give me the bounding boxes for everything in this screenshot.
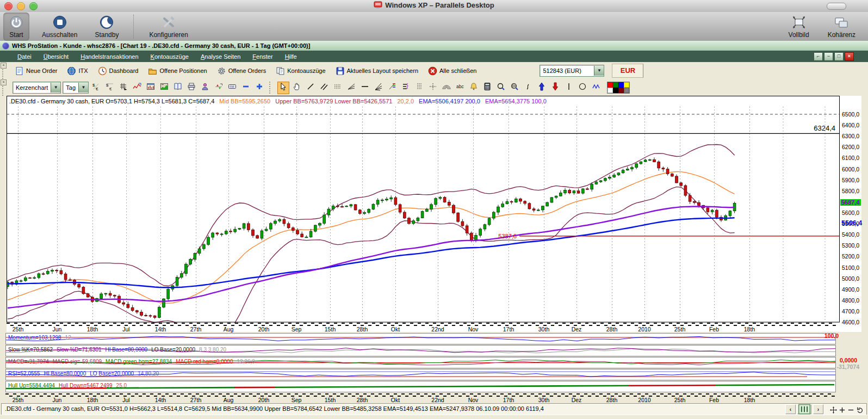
tool-horizontal-rows-button[interactable]: [332, 82, 344, 94]
tool-book-button[interactable]: [172, 82, 184, 94]
tool-parallel-lines-button[interactable]: [318, 82, 330, 94]
tool-chart-arrows-button[interactable]: [213, 82, 225, 94]
chart-canvas[interactable]: 6324,45387,6 .DE30.cfd - Germany 30 cash…: [7, 96, 861, 332]
tool-arrow-down-button[interactable]: [549, 82, 561, 94]
chart-type-dropdown[interactable]: Kerzenchart▼: [13, 82, 61, 94]
scroll-left-button[interactable]: ‹: [785, 404, 796, 414]
window-maximize-button[interactable]: □: [834, 52, 844, 61]
toolbar-button-itx[interactable]: ITX: [65, 65, 90, 77]
tool-chart-green-button[interactable]: [158, 82, 170, 94]
palette-color[interactable]: [613, 88, 618, 93]
tool-text-abc-button[interactable]: abc: [454, 82, 466, 94]
account-dropdown[interactable]: 512843 (EUR)▼: [540, 65, 604, 77]
menu-handelstransaktionen[interactable]: Handelstransaktionen: [75, 52, 144, 61]
tool-fan-lines-button[interactable]: [345, 82, 357, 94]
tool-price-euro2-button[interactable]: $€: [104, 82, 116, 94]
tool-zoom-area-button[interactable]: [509, 82, 520, 94]
move-chart-button[interactable]: [830, 406, 837, 413]
menu-fenster[interactable]: Fenster: [247, 52, 278, 61]
tool-vertical-line-button[interactable]: [563, 82, 575, 94]
toolbar-close-icon[interactable]: ×: [1, 63, 7, 69]
tool-zigzag-button[interactable]: [590, 82, 602, 94]
toolbar-grip[interactable]: ×: [1, 63, 7, 79]
parallels-button-kohaerenz[interactable]: Kohärenz: [823, 13, 860, 41]
tool-wave-button[interactable]: [522, 82, 534, 94]
indicator-panel-stochastic[interactable]: Slow %K=70,5862Slow %D=71,6301HI Base=80…: [5, 345, 836, 356]
time-axis-lower[interactable]: 25thJun18thJul14th27thAug20thSep15th28th…: [5, 393, 839, 403]
parallels-button-ausschalten[interactable]: Ausschalten: [37, 13, 82, 41]
tool-crosshair-button[interactable]: [427, 82, 439, 94]
tool-hand-button[interactable]: [291, 82, 303, 94]
tool-trendline-button[interactable]: [305, 82, 317, 94]
tool-alert-bell-button[interactable]: [468, 82, 480, 94]
tool-arrow-up-button[interactable]: [536, 82, 548, 94]
undo-button[interactable]: [856, 406, 863, 413]
tool-fib-arcs-button[interactable]: [441, 82, 452, 94]
scroll-thumb-button[interactable]: [797, 404, 811, 414]
indicator-panel-rsi[interactable]: RSI=52,0555HI Base=80,0000LO Base=20,000…: [5, 369, 836, 380]
palette-color[interactable]: [607, 82, 613, 88]
tool-user-button[interactable]: [199, 82, 211, 94]
period-dropdown[interactable]: Tag▼: [63, 82, 89, 94]
tool-grid-style-button[interactable]: [117, 82, 129, 94]
chevron-down-icon[interactable]: ▼: [78, 83, 88, 93]
menu-bersicht[interactable]: Übersicht: [38, 52, 74, 61]
tool-price-euro-button[interactable]: $€: [90, 82, 102, 94]
window-close-button[interactable]: ×: [845, 52, 854, 61]
parallels-button-vollbild[interactable]: Vollbild: [784, 13, 814, 41]
palette-color[interactable]: [607, 88, 613, 93]
window-minimize-button[interactable]: −: [824, 52, 833, 61]
toolbar-button-offene-positionen[interactable]: Offene Positionen: [146, 65, 209, 77]
currency-button[interactable]: EUR: [612, 64, 643, 78]
tool-vertical-rows-button[interactable]: [413, 82, 425, 94]
tool-ray-fan-button[interactable]: [373, 82, 385, 94]
tool-fib-retracement-button[interactable]: [386, 82, 398, 94]
zoom-in-button[interactable]: [839, 406, 846, 413]
tool-horizontal-line-button[interactable]: [359, 82, 371, 94]
drag-handle[interactable]: [2, 86, 5, 96]
parallels-button-start[interactable]: Start: [3, 13, 29, 41]
tool-indicator-zigzag-button[interactable]: [131, 82, 143, 94]
tool-keyboard-button[interactable]: [226, 82, 238, 94]
menu-hilfe[interactable]: Hilfe: [280, 52, 302, 61]
toolbar-button-kontoausz-ge[interactable]: Kontoauszüge: [274, 65, 327, 77]
toolbar-button-aktuelles-layout-speichern[interactable]: Aktuelles Layout speichern: [333, 65, 420, 77]
parallels-button-konfigurieren[interactable]: Konfigurieren: [144, 13, 193, 41]
tool-cursor-button[interactable]: [277, 82, 289, 94]
zoom-out-button[interactable]: [847, 406, 854, 413]
color-palette[interactable]: [607, 82, 630, 94]
menu-datei[interactable]: Datei: [12, 52, 37, 61]
palette-color[interactable]: [618, 82, 624, 88]
toolbar-button-dashboard[interactable]: Dashboard: [96, 65, 141, 77]
drag-handle[interactable]: [2, 69, 5, 79]
menu-analyse-seiten[interactable]: Analyse Seiten: [195, 52, 246, 61]
menu-kontoausz-ge[interactable]: Kontoauszüge: [145, 52, 194, 61]
chart-toolbar-grip[interactable]: ×: [1, 79, 7, 96]
toolbar-button-offene-orders[interactable]: Offene Orders: [215, 65, 269, 77]
tool-zoom-in-plus-button[interactable]: [253, 82, 265, 94]
palette-color[interactable]: [618, 88, 624, 93]
toolbar-toggle-button[interactable]: [827, 3, 846, 10]
time-axis[interactable]: 25thJun18thJul14th27thAug20thSep15th28th…: [7, 322, 840, 332]
chevron-down-icon[interactable]: ▼: [594, 66, 604, 76]
chevron-down-icon[interactable]: ▼: [51, 83, 60, 93]
window-restore-button[interactable]: ⌐: [814, 52, 823, 61]
tool-chart-window-button[interactable]: [145, 82, 157, 94]
tool-ellipse-button[interactable]: [576, 82, 588, 94]
palette-color[interactable]: [613, 82, 618, 88]
tool-text-brace-button[interactable]: [400, 82, 412, 94]
parallels-button-standby[interactable]: Standby: [90, 13, 123, 41]
palette-color[interactable]: [624, 88, 629, 93]
toolbar-button-alle-schlie-en[interactable]: Alle schließen: [426, 65, 479, 77]
palette-color[interactable]: [624, 82, 629, 88]
scroll-right-button[interactable]: ›: [813, 404, 823, 414]
toolbar-button-neue-order[interactable]: Neue Order: [13, 65, 59, 77]
indicator-panel-momentum[interactable]: Momentum=103,129812100,0: [5, 333, 836, 344]
toolbar-close-icon[interactable]: ×: [1, 79, 7, 85]
app-titlebar[interactable]: WHS ProStation - Kunde - whsc2876 - [Cha…: [0, 41, 868, 51]
tool-zoom-lens-button[interactable]: [495, 82, 507, 94]
indicator-panel-macd[interactable]: MACD=-31,7074MACD sig=-59,6809MACD green…: [5, 357, 836, 368]
tool-calculator-button[interactable]: [481, 82, 493, 94]
tool-printer-button[interactable]: [185, 82, 197, 94]
candlestick-chart[interactable]: 6324,45387,6: [7, 96, 840, 323]
